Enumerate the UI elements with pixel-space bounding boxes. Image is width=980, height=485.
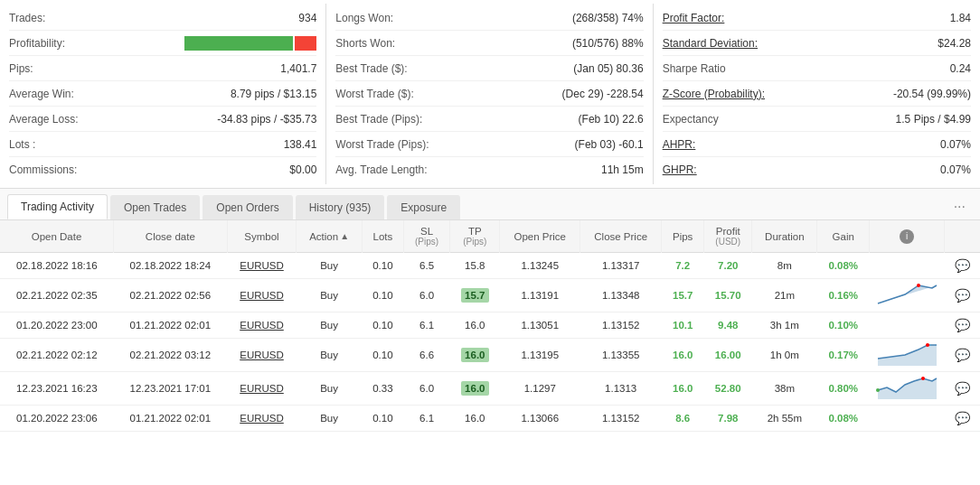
cell-symbol[interactable]: EURUSD [227,339,297,372]
stat-label-longs-won: Longs Won: [335,12,393,24]
stat-label-lots: Lots : [9,138,35,151]
stat-value-lots: 138.41 [284,138,317,151]
cell-pips: 7.2 [662,253,704,279]
cell-close-price: 1.13152 [580,312,662,339]
cell-sl: 6.1 [403,406,449,432]
cell-chart [870,253,945,279]
cell-symbol[interactable]: EURUSD [227,312,297,339]
stat-label-zscore[interactable]: Z-Score (Probability): [663,88,765,100]
cell-open-price: 1.13191 [500,279,580,312]
cell-symbol[interactable]: EURUSD [227,253,297,279]
cell-chart [870,372,945,406]
col-close-date: Close date [114,220,228,253]
cell-pips: 16.0 [662,339,704,372]
cell-symbol[interactable]: EURUSD [227,372,297,406]
col-pips: Pips [662,220,704,253]
cell-duration: 1h 0m [752,339,817,372]
table-header-row: Open Date Close date Symbol Action ▲ Lot… [0,220,980,253]
stat-value-best-trade-usd: (Jan 05) 80.36 [573,62,643,75]
cell-duration: 2h 55m [752,406,817,432]
cell-close-price: 1.13348 [580,279,662,312]
cell-comment[interactable]: 💬 [945,253,980,279]
stat-worst-trade-pips: Worst Trade (Pips): (Feb 03) -60.1 [335,132,643,157]
stat-value-avg-trade-length: 11h 15m [601,163,644,176]
tab-open-trades[interactable]: Open Trades [110,195,200,219]
cell-tp: 16.0 [450,406,500,432]
stat-value-best-trade-pips: (Feb 10) 22.6 [579,113,644,126]
stat-label-std-dev[interactable]: Standard Deviation: [663,37,758,50]
cell-pips: 8.6 [662,406,704,432]
cell-action: Buy [297,279,362,312]
stat-label-profit-factor[interactable]: Profit Factor: [663,12,725,24]
stat-label-best-trade-usd: Best Trade ($): [335,62,407,75]
stat-label-trades: Trades: [9,12,45,24]
cell-comment[interactable]: 💬 [945,312,980,339]
cell-duration: 38m [752,372,817,406]
stat-value-ghpr: 0.07% [940,163,971,176]
cell-close-date: 02.21.2022 03:12 [114,339,228,372]
col-open-date: Open Date [0,220,114,253]
stat-label-commissions: Commissions: [9,163,77,176]
stat-label-best-trade-pips: Best Trade (Pips): [335,113,422,126]
cell-lots: 0.33 [362,372,403,406]
cell-comment[interactable]: 💬 [945,406,980,432]
col-action[interactable]: Action ▲ [297,220,362,253]
stat-pips: Pips: 1,401.7 [9,56,316,81]
cell-comment[interactable]: 💬 [945,339,980,372]
stat-value-expectancy: 1.5 Pips / $4.99 [896,113,971,126]
col-sl: SL (Pips) [403,220,449,253]
stat-expectancy: Expectancy 1.5 Pips / $4.99 [663,107,971,132]
cell-gain: 0.80% [817,372,870,406]
cell-pips: 15.7 [662,279,704,312]
tab-exposure[interactable]: Exposure [387,195,460,219]
stat-label-ahpr[interactable]: AHPR: [663,138,696,151]
stat-label-avg-win: Average Win: [9,88,74,100]
cell-close-price: 1.13355 [580,339,662,372]
tab-trading-activity[interactable]: Trading Activity [7,194,108,219]
cell-open-date: 02.21.2022 02:12 [0,339,114,372]
cell-symbol[interactable]: EURUSD [227,279,297,312]
cell-gain: 0.08% [817,406,870,432]
stat-label-ghpr[interactable]: GHPR: [663,163,697,176]
cell-profit: 52.80 [704,372,752,406]
cell-open-price: 1.13245 [500,253,580,279]
stat-value-shorts-won: (510/576) 88% [572,37,644,50]
tab-open-orders[interactable]: Open Orders [203,195,292,219]
more-options-button[interactable]: ··· [947,195,973,219]
table-row: 01.20.2022 23:00 01.21.2022 02:01 EURUSD… [0,312,980,339]
trades-table: Open Date Close date Symbol Action ▲ Lot… [0,220,980,432]
cell-symbol[interactable]: EURUSD [227,406,297,432]
stat-commissions: Commissions: $0.00 [9,157,316,182]
stat-value-trades: 934 [298,12,316,24]
cell-tp: 15.7 [450,279,500,312]
table-body: 02.18.2022 18:16 02.18.2022 18:24 EURUSD… [0,253,980,432]
stat-avg-loss: Average Loss: -34.83 pips / -$35.73 [9,107,316,132]
cell-open-date: 12.23.2021 16:23 [0,372,114,406]
cell-open-date: 01.20.2022 23:06 [0,406,114,432]
stat-value-avg-loss: -34.83 pips / -$35.73 [217,113,316,126]
info-icon[interactable]: i [900,229,914,244]
stat-label-expectancy: Expectancy [663,113,719,126]
cell-open-price: 1.13051 [500,312,580,339]
cell-profit: 16.00 [704,339,752,372]
tab-history[interactable]: History (935) [296,195,385,219]
stat-trades: Trades: 934 [9,5,316,31]
stat-avg-trade-length: Avg. Trade Length: 11h 15m [335,157,643,182]
cell-profit: 9.48 [704,312,752,339]
bar-red [295,36,316,51]
col-profit: Profit (USD) [704,220,752,253]
table-row: 01.20.2022 23:06 01.21.2022 02:01 EURUSD… [0,406,980,432]
cell-chart [870,312,945,339]
stat-label-pips: Pips: [9,62,33,75]
cell-gain: 0.10% [817,312,870,339]
stats-col-1: Trades: 934 Profitability: Pips: 1,401.7… [0,4,326,184]
cell-pips: 16.0 [662,372,704,406]
stat-value-worst-trade-pips: (Feb 03) -60.1 [575,138,644,151]
cell-gain: 0.16% [817,279,870,312]
cell-duration: 3h 1m [752,312,817,339]
cell-lots: 0.10 [362,406,403,432]
cell-comment[interactable]: 💬 [945,372,980,406]
col-tp: TP (Pips) [450,220,500,253]
cell-comment[interactable]: 💬 [945,279,980,312]
stat-worst-trade-usd: Worst Trade ($): (Dec 29) -228.54 [335,81,643,107]
